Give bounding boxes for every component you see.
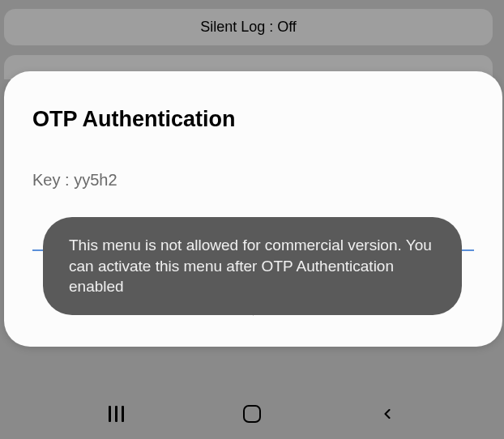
silent-log-bar[interactable]: Silent Log : Off	[4, 9, 493, 45]
home-button[interactable]	[236, 398, 268, 430]
dialog-key-label: Key : yy5h2	[32, 171, 474, 190]
back-button[interactable]	[371, 398, 404, 430]
toast-message: This menu is not allowed for commercial …	[43, 217, 462, 315]
dialog-title: OTP Authentication	[32, 107, 474, 132]
back-icon	[379, 406, 395, 422]
recents-button[interactable]	[100, 398, 133, 430]
silent-log-label: Silent Log : Off	[200, 19, 297, 36]
toast-text: This menu is not allowed for commercial …	[69, 237, 432, 295]
home-icon	[243, 405, 261, 423]
recents-icon	[109, 406, 124, 422]
navigation-bar	[0, 389, 504, 439]
